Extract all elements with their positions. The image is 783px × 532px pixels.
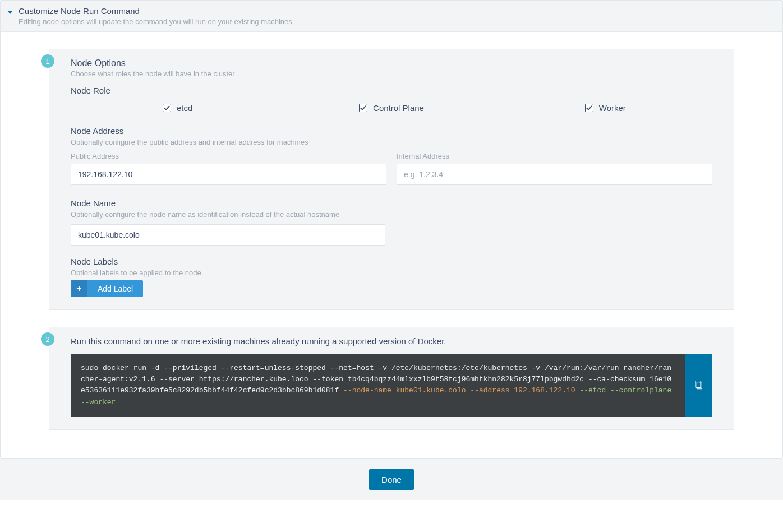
header-title: Customize Node Run Command [19, 5, 773, 17]
node-address-subtitle: Optionally configure the public address … [71, 138, 712, 146]
header-subtitle: Editing node options will update the com… [19, 17, 773, 27]
worker-checkbox[interactable] [585, 104, 593, 112]
plus-icon: + [71, 280, 87, 297]
node-address-title: Node Address [71, 126, 712, 136]
etcd-checkbox[interactable] [163, 104, 171, 112]
node-options-card: Node Options Choose what roles the node … [49, 49, 734, 310]
etcd-label: etcd [177, 103, 192, 113]
internal-address-label: Internal Address [397, 152, 712, 160]
header-bar: Customize Node Run Command Editing node … [1, 1, 782, 32]
command-box[interactable]: sudo docker run -d --privileged --restar… [71, 354, 685, 417]
footer-bar: Done [0, 459, 783, 500]
node-name-subtitle: Optionally configure the node name as id… [71, 210, 712, 219]
clipboard-icon [694, 380, 704, 390]
node-options-title: Node Options [71, 58, 712, 68]
step-badge-2: 2 [41, 332, 54, 346]
add-label-text: Add Label [87, 284, 143, 293]
step-badge-1: 1 [41, 54, 54, 68]
control-plane-label: Control Plane [373, 103, 424, 113]
node-options-subtitle: Choose what roles the node will have in … [71, 70, 712, 78]
node-labels-subtitle: Optional labels to be applied to the nod… [71, 269, 712, 277]
run-command-title: Run this command on one or more existing… [71, 336, 712, 346]
public-address-label: Public Address [71, 152, 386, 160]
collapse-caret-icon[interactable] [7, 11, 13, 14]
public-address-input[interactable] [71, 164, 386, 185]
control-plane-checkbox[interactable] [359, 104, 367, 112]
node-role-label: Node Role [71, 86, 712, 95]
node-name-input[interactable] [71, 224, 385, 246]
internal-address-input[interactable] [397, 164, 712, 185]
add-label-button[interactable]: + Add Label [71, 280, 143, 297]
node-name-title: Node Name [71, 198, 712, 208]
done-button[interactable]: Done [369, 469, 414, 490]
worker-label: Worker [599, 103, 626, 113]
run-command-card: Run this command on one or more existing… [49, 327, 734, 430]
copy-command-button[interactable] [685, 354, 712, 417]
node-labels-title: Node Labels [71, 257, 712, 266]
